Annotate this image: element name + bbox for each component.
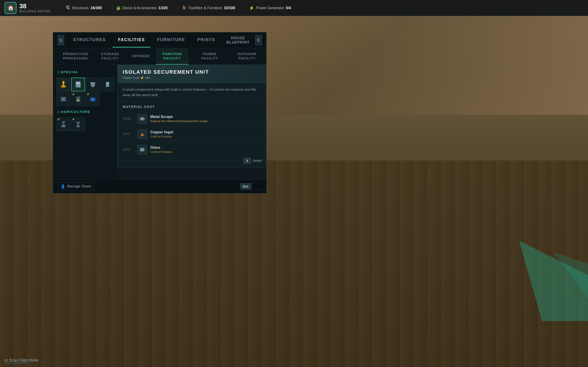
detail-power: Power Cost ⚡ 0W <box>123 76 261 80</box>
material-icon-1 <box>138 129 147 139</box>
hud-stat-facilities: 🪑 Facilities & Furniture 10/100 <box>178 6 239 10</box>
hud-bar: 🏠 38 BUILDING RATING 🏗 Structures 16/300… <box>0 0 588 16</box>
power-cost-value: 0W <box>145 76 150 80</box>
material-icon-0 <box>138 114 147 124</box>
detail-description: A small containment setup with built-in … <box>118 83 266 102</box>
detail-title: ISOLATED SECUREMENT UNIT <box>123 69 261 75</box>
svg-rect-12 <box>92 86 94 87</box>
material-name-2: Glass <box>150 146 261 150</box>
material-cost-section: MATERIAL COST 182/20 Metal Scraps Explor… <box>118 102 266 160</box>
material-source-1: Craft in Furnace <box>150 135 261 138</box>
category-agriculture: AGRICULTURE <box>53 108 117 116</box>
detail-button[interactable]: X Detail <box>243 158 261 164</box>
item-slot-0[interactable] <box>57 78 70 91</box>
structures-count: 16/300 <box>91 6 102 10</box>
power-cost-label: Power Cost <box>123 76 139 80</box>
facilities-label: Facilities & Furniture <box>188 6 222 10</box>
material-info-1: Copper Ingot Craft in Furnace <box>150 130 261 138</box>
item-slot-4[interactable] <box>57 92 70 106</box>
svg-rect-15 <box>107 86 108 87</box>
manage-share-icon: 👤 <box>61 184 65 189</box>
building-rating: 🏠 38 BUILDING RATING <box>5 2 51 14</box>
material-item-2: 18/10 Glass Craft in Furnace <box>123 142 261 157</box>
detail-popup: ISOLATED SECUREMENT UNIT Power Cost ⚡ 0W… <box>117 65 266 167</box>
subtab-storage[interactable]: STORAGEFACILITY <box>95 48 125 64</box>
material-icon-2 <box>138 145 147 154</box>
agriculture-items-grid: ⚡ ⚡ <box>53 116 117 133</box>
power-label: Power Generator <box>256 6 284 10</box>
power-count: 0/4 <box>286 6 291 10</box>
material-name-1: Copper Ingot <box>150 130 261 134</box>
svg-rect-29 <box>76 122 80 123</box>
item-slot-3[interactable] <box>101 78 114 91</box>
svg-point-18 <box>62 98 64 100</box>
material-item-1: 33/15 Copper Ingot Craft in Furnace <box>123 127 261 142</box>
tab-house-blueprint[interactable]: HOUSEBLUEPRINT <box>222 32 254 48</box>
facilities-count: 10/100 <box>224 6 235 10</box>
structures-label: Structures <box>72 6 89 10</box>
building-icon: 🏠 <box>5 2 17 14</box>
main-tabs: Q STRUCTURES FACILITIES FURNITURE PRINTS… <box>53 32 266 48</box>
svg-rect-33 <box>140 120 144 120</box>
svg-rect-8 <box>77 85 80 85</box>
decor-icon: 🪴 <box>116 6 121 10</box>
svg-rect-35 <box>141 135 144 136</box>
category-special: SPECIAL <box>53 68 117 76</box>
rating-info: 38 BUILDING RATING <box>19 3 51 13</box>
main-panel: Q STRUCTURES FACILITIES FURNITURE PRINTS… <box>53 32 267 193</box>
material-source-2: Craft in Furnace <box>150 150 261 154</box>
svg-rect-32 <box>141 117 144 118</box>
esc-back-group: Esc Back <box>241 184 262 189</box>
item-slot-6[interactable]: ⚡ <box>86 92 100 106</box>
hud-stat-power: ⚡ Power Generator 0/4 <box>245 6 294 10</box>
bottom-bar: 👤 Manage Share Esc Back <box>53 179 266 193</box>
agri-slot-1[interactable]: ⚡ <box>71 117 85 131</box>
svg-rect-20 <box>77 97 80 99</box>
uid-label: UID: 150200155 <box>5 361 28 365</box>
subtab-function[interactable]: FUNCTIONFACILITY <box>156 48 188 64</box>
power-badge-agri-1: ⚡ <box>72 118 75 120</box>
tab-structures[interactable]: STRUCTURES <box>68 33 112 48</box>
tab-q-button[interactable]: Q <box>58 35 64 45</box>
material-source-0: Explore the wilderness/Disassemble scrap… <box>150 119 261 123</box>
svg-point-4 <box>62 81 65 83</box>
detail-button-label: Detail <box>253 158 261 162</box>
right-panel: ISOLATED SECUREMENT UNIT Power Cost ⚡ 0W… <box>117 65 266 193</box>
agri-slot-0[interactable]: ⚡ <box>57 117 70 131</box>
svg-rect-30 <box>77 126 80 127</box>
svg-point-14 <box>107 82 108 84</box>
svg-rect-31 <box>140 118 145 120</box>
svg-rect-28 <box>77 122 79 126</box>
sub-tabs: PRODUCTIONPROCESSING STORAGEFACILITY DEF… <box>53 48 266 65</box>
svg-rect-7 <box>77 82 80 84</box>
esc-key-button[interactable]: Esc <box>241 184 251 189</box>
material-name-0: Metal Scraps <box>150 115 261 119</box>
structures-icon: 🏗 <box>66 6 70 10</box>
svg-point-21 <box>77 100 79 101</box>
left-panel: SPECIAL ⚡ <box>53 65 117 193</box>
subtab-defense[interactable]: DEFENSE <box>126 50 156 62</box>
hud-stat-decor: 🪴 Decor & Accessories 1/100 <box>112 6 171 10</box>
svg-rect-9 <box>77 86 79 86</box>
tab-prints[interactable]: PRINTS <box>192 33 221 48</box>
decor-label: Decor & Accessories <box>123 6 157 10</box>
tab-furniture[interactable]: FURNITURE <box>152 33 191 48</box>
power-badge-5: ⚡ <box>72 93 75 95</box>
subtab-outdoor[interactable]: OUTDOORFACILITY <box>231 48 263 64</box>
power-cost-icon: ⚡ <box>140 76 144 80</box>
decor-count: 1/100 <box>158 6 167 10</box>
subtab-production[interactable]: PRODUCTIONPROCESSING <box>57 48 95 64</box>
content-area: SPECIAL ⚡ <box>53 65 266 193</box>
tab-e-button[interactable]: E <box>255 35 262 45</box>
svg-rect-10 <box>91 83 95 86</box>
item-slot-2[interactable] <box>86 78 100 91</box>
subtab-power[interactable]: POWER FACILITY <box>188 48 231 64</box>
tab-facilities[interactable]: FACILITIES <box>112 33 150 48</box>
material-cost-title: MATERIAL COST <box>123 105 261 108</box>
detail-key: X <box>243 158 251 164</box>
material-count-1: 33/15 <box>123 133 134 136</box>
item-slot-1[interactable] <box>71 78 85 91</box>
item-slot-5[interactable]: ⚡ <box>71 92 85 106</box>
manage-share-button[interactable]: 👤 Manage Share <box>58 182 94 191</box>
svg-rect-26 <box>62 121 65 122</box>
